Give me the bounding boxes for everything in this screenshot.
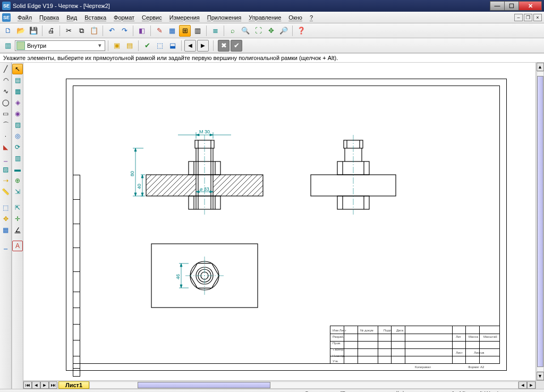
auxiliary-view-tool[interactable]: ◈ <box>12 97 23 108</box>
point-tool[interactable]: · <box>1 131 11 141</box>
drawing-view-tool[interactable]: ▥ <box>12 153 23 164</box>
hscroll-thumb[interactable] <box>138 382 270 388</box>
fillet-tool[interactable]: ⌒ <box>1 120 11 130</box>
line-tool[interactable]: ╱ <box>1 64 11 74</box>
window-minimize-button[interactable]: — <box>490 1 505 11</box>
pan-button[interactable]: ✥ <box>265 25 277 37</box>
parts-list-tool[interactable]: ⊕ <box>12 175 23 186</box>
menu-edit[interactable]: Правка <box>36 13 63 22</box>
confirm-button[interactable]: ✔ <box>231 40 242 52</box>
undo-button[interactable]: ↶ <box>106 25 117 37</box>
menu-insert[interactable]: Вставка <box>81 13 110 22</box>
sheet-prev-button[interactable]: ◄ <box>32 381 40 389</box>
nav-next-button[interactable]: ► <box>197 40 209 52</box>
text-tool[interactable]: A <box>12 241 23 251</box>
menu-applications[interactable]: Приложения <box>203 13 245 22</box>
grid-button[interactable]: ▦ <box>166 25 178 37</box>
vertical-scrollbar[interactable]: ▲ ▼ <box>536 63 544 380</box>
accept-button[interactable]: ✔ <box>141 40 153 52</box>
drawing-canvas[interactable]: Изм Лист № докум Подп Дата Разраб. Пров.… <box>23 63 544 389</box>
help-button[interactable]: ❓ <box>295 25 307 37</box>
sketch-button[interactable]: ✎ <box>154 25 165 37</box>
cut-button[interactable]: ✂ <box>63 25 74 37</box>
scroll-up-button[interactable]: ▲ <box>537 63 544 71</box>
update-views-button[interactable]: ◧ <box>136 25 148 37</box>
scroll-left-button[interactable]: ◄ <box>518 381 527 389</box>
menu-file[interactable]: Файл <box>14 13 36 22</box>
mdi-restore-button[interactable]: ❐ <box>524 14 532 21</box>
selection-mode-input[interactable] <box>27 42 96 49</box>
new-button[interactable]: 🗋 <box>2 25 14 37</box>
broken-view-tool[interactable]: ◎ <box>12 131 23 141</box>
curve-tool[interactable]: ∿ <box>1 86 11 97</box>
view-wizard-tool[interactable]: ▤ <box>12 75 23 86</box>
copy-button[interactable]: ⧉ <box>75 25 87 37</box>
mdi-close-button[interactable]: × <box>533 14 542 21</box>
chamfer-tool[interactable]: ◣ <box>1 142 11 152</box>
block-tool[interactable]: ▦ <box>1 225 11 235</box>
paste-button[interactable]: 📋 <box>88 25 100 37</box>
dimension-tool[interactable]: 📏 <box>1 186 11 197</box>
balloon-tool[interactable]: ∠ <box>12 225 23 235</box>
trim-tool[interactable]: ⎯ <box>1 153 11 164</box>
zoom-tool-button[interactable]: 🔎 <box>278 25 290 37</box>
print-button[interactable]: 🖨 <box>45 25 57 37</box>
combo-dropdown-icon[interactable]: ▾ <box>96 42 104 49</box>
menu-service[interactable]: Сервис <box>138 13 166 22</box>
fill-tool[interactable]: ▨ <box>1 164 11 175</box>
fit-button[interactable]: ⛶ <box>252 25 264 37</box>
update-view-tool[interactable]: ⟳ <box>12 142 23 152</box>
circle-tool[interactable]: ◯ <box>1 97 11 108</box>
nav-prev-button[interactable]: ◄ <box>184 40 196 52</box>
move-tool[interactable]: ✥ <box>1 214 11 224</box>
window-maximize-button[interactable]: ☐ <box>504 1 519 11</box>
menu-measure[interactable]: Измерения <box>166 13 203 22</box>
section-view-tool[interactable]: ▨ <box>12 120 23 130</box>
zoom-area-button[interactable]: ⌕ <box>227 25 239 37</box>
center-mark-tool[interactable]: ✛ <box>12 214 23 224</box>
menu-format[interactable]: Формат <box>110 13 138 22</box>
redo-button[interactable]: ↷ <box>118 25 130 37</box>
layers-button[interactable]: ≣ <box>209 25 221 37</box>
sheet-last-button[interactable]: ⏭ <box>49 381 57 389</box>
smartdim-tool[interactable]: ⇱ <box>12 202 23 213</box>
part-view-tool[interactable]: ⬚ <box>1 202 11 213</box>
save-button[interactable]: 💾 <box>28 25 39 37</box>
sheet-first-button[interactable]: ⏮ <box>23 381 32 389</box>
detail-view-tool[interactable]: ◉ <box>12 108 23 119</box>
retrieve-dim-tool[interactable]: ⇲ <box>12 186 23 197</box>
top-selection-button[interactable]: ⬚ <box>154 40 166 52</box>
zoom-button[interactable]: 🔍 <box>240 25 251 37</box>
offset-tool[interactable]: ⇢ <box>1 175 11 186</box>
mdi-minimize-button[interactable]: – <box>514 14 523 21</box>
cancel-button[interactable]: ✖ <box>218 40 230 52</box>
arc-tool[interactable]: ◠ <box>1 75 11 86</box>
select-tool-b[interactable]: ▤ <box>124 40 135 52</box>
bottom-selection-button[interactable]: ⬓ <box>167 40 178 52</box>
svg-line-34 <box>242 175 263 196</box>
window-close-button[interactable]: ✕ <box>518 1 542 11</box>
scroll-right-button[interactable]: ► <box>527 381 536 389</box>
main-area: ╱ ◠ ∿ ◯ ▭ ⌒ · ◣ ⎯ ▨ ⇢ 📏 ⬚ ✥ ▦ ⎯ ↖ ▤ ▦ ◈ … <box>0 63 544 389</box>
menu-view[interactable]: Вид <box>63 13 81 22</box>
menu-window[interactable]: Окно <box>285 13 306 22</box>
select-tool-a[interactable]: ▣ <box>111 40 123 52</box>
constraints-tool[interactable]: ⎯ <box>1 241 11 251</box>
vscroll-thumb[interactable] <box>537 76 543 367</box>
scroll-down-button[interactable]: ▼ <box>537 372 544 380</box>
alignment-button[interactable]: ▥ <box>192 25 203 37</box>
select-options-button[interactable]: ▥ <box>2 40 14 52</box>
rectangle-tool[interactable]: ▭ <box>1 108 11 119</box>
open-button[interactable]: 📂 <box>15 25 27 37</box>
menu-help[interactable]: ? <box>306 13 317 22</box>
sheet-tab[interactable]: Лист1 <box>58 381 89 389</box>
app-menu-icon[interactable]: SE <box>2 13 11 22</box>
principal-view-tool[interactable]: ▦ <box>12 86 23 97</box>
selection-mode-combo[interactable]: ▾ <box>15 40 105 51</box>
sheet-next-button[interactable]: ► <box>40 381 49 389</box>
cutting-plane-tool[interactable]: ▬ <box>12 164 23 175</box>
menu-manage[interactable]: Управление <box>245 13 285 22</box>
horizontal-scrollbar[interactable]: ⏮ ◄ ► ⏭ Лист1 ◄ ► <box>23 380 536 389</box>
grid-snap-button[interactable]: ⊞ <box>179 25 191 37</box>
select-tool[interactable]: ↖ <box>12 64 23 74</box>
